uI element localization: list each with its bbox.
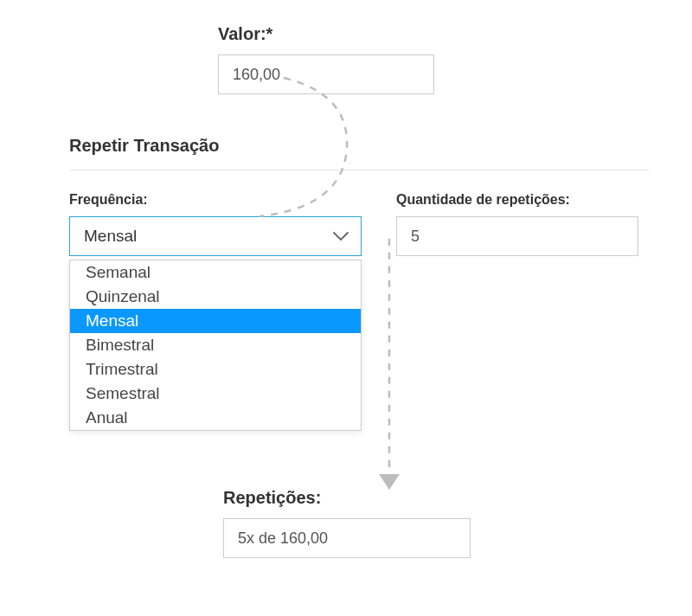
frequencia-label: Frequência: [69,192,362,208]
result-text: 5x de 160,00 [238,529,328,548]
quantidade-label: Quantidade de repetições: [396,192,649,208]
result-section: Repetições: 5x de 160,00 [223,488,471,558]
valor-field-group: Valor:* [218,24,434,94]
freq-option-anual[interactable]: Anual [70,406,361,430]
frequencia-dropdown: Semanal Quinzenal Mensal Bimestral Trime… [69,260,362,431]
result-display: 5x de 160,00 [223,518,471,558]
freq-option-mensal[interactable]: Mensal [70,309,361,333]
freq-option-semestral[interactable]: Semestral [70,382,361,406]
repeat-transaction-title: Repetir Transação [69,136,219,156]
section-divider [69,170,649,170]
freq-option-trimestral[interactable]: Trimestral [70,357,361,382]
freq-option-semanal[interactable]: Semanal [70,260,361,285]
flow-arrow-qty-to-result [363,225,432,502]
frequencia-selected-value: Mensal [84,227,137,246]
freq-option-quinzenal[interactable]: Quinzenal [70,285,361,309]
result-label: Repetições: [223,488,471,508]
quantidade-field-group: Quantidade de repetições: [396,192,649,256]
freq-option-bimestral[interactable]: Bimestral [70,333,361,357]
frequencia-field-group: Frequência: Mensal [69,192,362,256]
valor-input[interactable] [218,55,434,94]
chevron-down-icon [333,232,349,241]
fields-row: Frequência: Mensal Quantidade de repetiç… [69,192,649,256]
quantidade-input[interactable] [396,216,638,256]
valor-label: Valor:* [218,24,434,44]
frequencia-select[interactable]: Mensal [69,216,362,256]
